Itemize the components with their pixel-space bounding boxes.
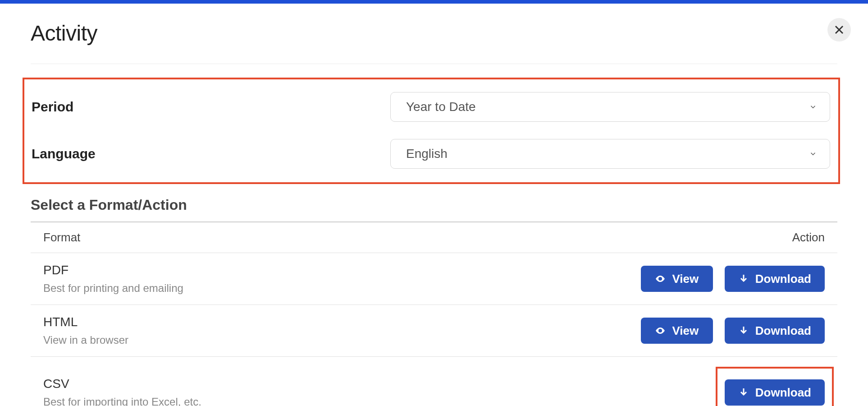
row-text: PDF Best for printing and emailing (43, 263, 641, 295)
row-title: PDF (43, 263, 641, 277)
header-format: Format (43, 231, 80, 245)
view-button-html[interactable]: View (641, 318, 713, 344)
filters-highlight-box: Period Year to Date Language English (23, 78, 840, 184)
download-icon (738, 387, 749, 398)
period-select[interactable]: Year to Date (390, 92, 830, 122)
svg-point-4 (659, 330, 661, 332)
activity-modal: Activity Period Year to Date Langua (0, 4, 868, 406)
language-select-value: English (406, 147, 448, 161)
table-row-pdf: PDF Best for printing and emailing View (31, 253, 837, 305)
table-row-html: HTML View in a browser View (31, 305, 837, 357)
row-text: CSV Best for importing into Excel, etc. (43, 377, 502, 406)
eye-icon (655, 273, 666, 284)
period-label: Period (30, 99, 390, 115)
view-button-pdf[interactable]: View (641, 266, 713, 292)
modal-title: Activity (31, 21, 97, 46)
chevron-down-icon (809, 150, 817, 158)
actions: Download (725, 379, 825, 406)
download-label: Download (755, 272, 811, 286)
row-desc: View in a browser (43, 334, 641, 346)
view-label: View (672, 272, 699, 286)
row-title: CSV (43, 377, 502, 391)
download-label: Download (755, 386, 811, 400)
actions: View Download (641, 266, 825, 292)
language-label: Language (30, 146, 390, 161)
close-icon (834, 24, 845, 35)
language-row: Language English (30, 139, 833, 169)
row-desc: Best for importing into Excel, etc. (43, 396, 502, 406)
row-title: HTML (43, 315, 641, 329)
modal-header: Activity (31, 21, 837, 64)
csv-highlight-box: Download (716, 367, 834, 406)
table-row-csv: CSV Best for importing into Excel, etc. … (31, 357, 837, 406)
download-button-csv[interactable]: Download (725, 379, 825, 406)
download-label: Download (755, 324, 811, 338)
download-icon (738, 273, 749, 284)
header-action: Action (792, 231, 825, 245)
language-select[interactable]: English (390, 139, 830, 169)
period-row: Period Year to Date (30, 92, 833, 122)
close-button[interactable] (827, 18, 851, 42)
svg-point-2 (659, 278, 661, 280)
download-button-pdf[interactable]: Download (725, 266, 825, 292)
chevron-down-icon (809, 103, 817, 111)
view-label: View (672, 324, 699, 338)
download-button-html[interactable]: Download (725, 318, 825, 344)
top-accent-bar (0, 0, 868, 4)
table-header: Format Action (31, 221, 837, 253)
row-desc: Best for printing and emailing (43, 282, 641, 295)
section-title: Select a Format/Action (31, 197, 837, 213)
row-text: HTML View in a browser (43, 315, 641, 346)
download-icon (738, 325, 749, 336)
actions: View Download (641, 318, 825, 344)
eye-icon (655, 325, 666, 336)
period-select-value: Year to Date (406, 100, 476, 114)
format-table: Format Action PDF Best for printing and … (31, 221, 837, 406)
